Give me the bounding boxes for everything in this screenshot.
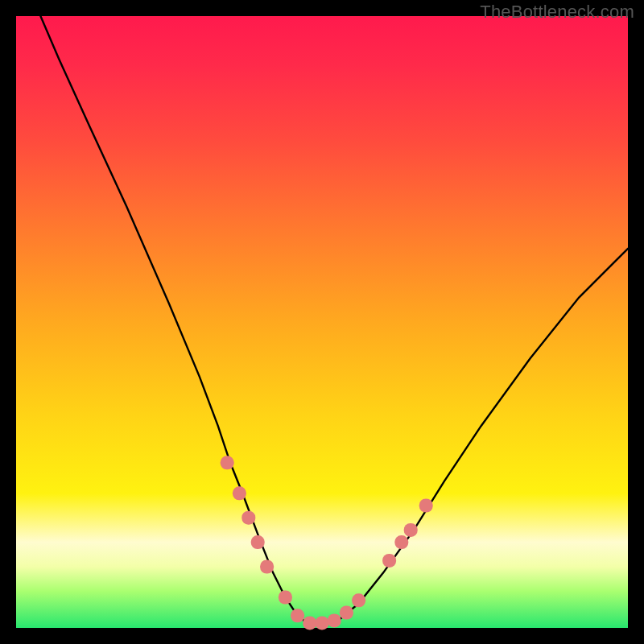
marker-dot (260, 560, 274, 574)
watermark-text: TheBottleneck.com (480, 2, 634, 23)
marker-dot (242, 511, 255, 525)
marker-dot (279, 591, 292, 605)
marker-dot (233, 486, 246, 500)
highlighted-points (221, 456, 433, 630)
bottleneck-curve (40, 16, 628, 625)
marker-dot (394, 535, 408, 549)
plot-area (16, 16, 628, 628)
marker-dot (419, 499, 433, 513)
marker-dot (221, 456, 234, 469)
marker-dot (352, 593, 365, 607)
chart-frame: TheBottleneck.com (0, 0, 644, 644)
marker-dot (340, 606, 353, 620)
marker-dot (328, 613, 341, 627)
marker-dot (316, 616, 329, 630)
curve-layer (16, 16, 628, 628)
marker-dot (382, 554, 396, 568)
marker-dot (251, 535, 265, 549)
marker-dot (291, 609, 304, 622)
marker-dot (303, 616, 316, 630)
marker-dot (404, 523, 418, 537)
